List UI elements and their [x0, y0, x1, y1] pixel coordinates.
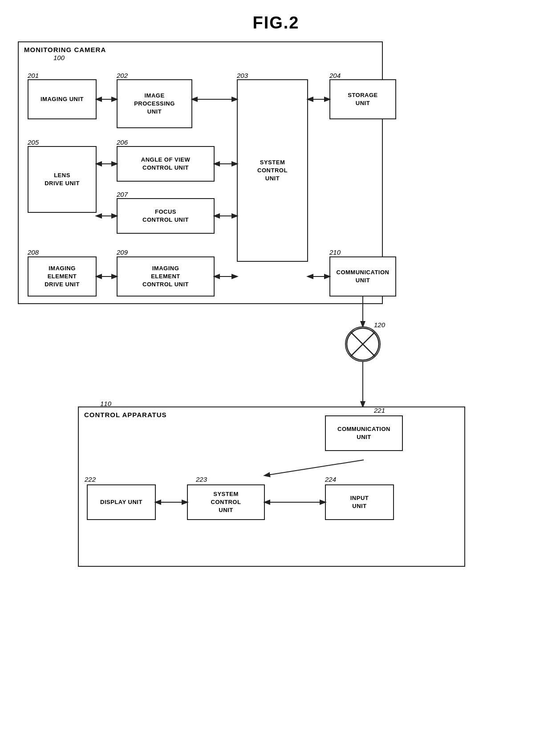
- ref-207: 207: [117, 191, 128, 198]
- focus-control-unit-block: FOCUS CONTROL UNIT: [117, 198, 215, 234]
- svg-line-15: [265, 460, 364, 476]
- page-title: FIG.2: [0, 0, 552, 41]
- imaging-element-control-unit-block: IMAGING ELEMENT CONTROL UNIT: [117, 256, 215, 297]
- camera-label: MONITORING CAMERA: [24, 46, 106, 53]
- storage-unit-block: STORAGE UNIT: [329, 79, 396, 119]
- ref-203: 203: [237, 72, 248, 79]
- imaging-element-drive-unit-block: IMAGING ELEMENT DRIVE UNIT: [28, 256, 97, 297]
- ref-206: 206: [117, 138, 128, 146]
- ref-210: 210: [329, 248, 341, 256]
- network-circle: [345, 326, 381, 362]
- ref-205: 205: [28, 138, 39, 146]
- ref-100: 100: [53, 54, 65, 61]
- imaging-unit-block: IMAGING UNIT: [28, 79, 97, 119]
- system-control-unit-cam-block: SYSTEM CONTROL UNIT: [237, 79, 308, 262]
- ref-204: 204: [329, 72, 341, 79]
- ref-120: 120: [374, 321, 385, 329]
- angle-of-view-control-unit-block: ANGLE OF VIEW CONTROL UNIT: [117, 146, 215, 182]
- ref-209: 209: [117, 248, 128, 256]
- ref-208: 208: [28, 248, 39, 256]
- ctrl-arrows-svg: [9, 406, 543, 571]
- network-x-icon: [346, 327, 380, 361]
- image-processing-unit-block: IMAGE PROCESSING UNIT: [117, 79, 192, 128]
- ref-201: 201: [28, 72, 39, 79]
- lens-drive-unit-block: LENS DRIVE UNIT: [28, 146, 97, 213]
- ref-202: 202: [117, 72, 128, 79]
- communication-unit-cam-block: COMMUNICATION UNIT: [329, 256, 396, 297]
